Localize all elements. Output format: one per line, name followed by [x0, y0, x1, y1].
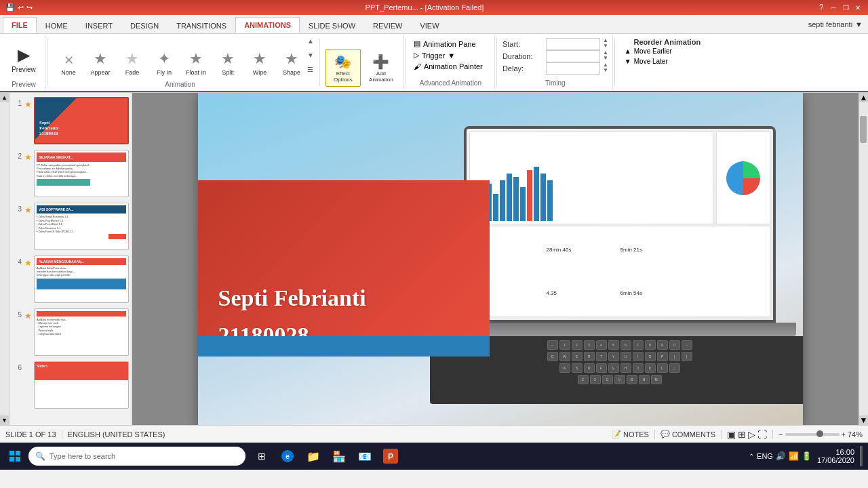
slide-thumb-6[interactable]: 6 ★ Slide 6 [11, 360, 130, 410]
slide-thumb-5[interactable]: 5 ★ Aplikasi ini memiliki fitur... - Man… [11, 307, 130, 357]
speaker-icon[interactable]: 🔊 [776, 451, 786, 461]
minimize-btn[interactable]: ─ [829, 3, 838, 12]
delay-spin: ▲ ▼ [603, 62, 608, 75]
anim-none[interactable]: ✕ None [53, 37, 84, 77]
tray-chevron[interactable]: ⌃ [749, 453, 754, 460]
save-icon[interactable]: 💾 [5, 3, 15, 12]
animation-painter-button[interactable]: 🖌 Animation Painter [411, 61, 490, 72]
trigger-button[interactable]: ▷ Trigger ▼ [411, 49, 490, 61]
start-input[interactable] [546, 38, 600, 50]
svg-rect-1 [9, 451, 14, 455]
zoom-slider[interactable] [785, 433, 840, 436]
restore-btn[interactable]: ❒ [841, 3, 850, 12]
start-spin-down[interactable]: ▼ [603, 43, 608, 49]
start-spin: ▲ ▼ [603, 38, 608, 50]
tab-home[interactable]: HOME [37, 17, 77, 33]
delay-spin-down[interactable]: ▼ [603, 68, 608, 73]
mail-btn[interactable]: 📧 [353, 444, 377, 468]
slide-thumb-2[interactable]: 2 ★ SEJARAH SINGKAT... PT Zaha merupakan… [11, 148, 130, 199]
edge-btn[interactable]: e [275, 444, 300, 468]
normal-view-btn[interactable]: ▣ [727, 429, 736, 440]
anim-fade[interactable]: ★ Fade [117, 37, 148, 77]
panel-scroll-up[interactable]: ▲ [0, 93, 9, 102]
slide-thumb-1[interactable]: 1 ★ SeptiFebrianti21180028 [11, 96, 130, 146]
ribbon-content: ▶ Preview Preview ✕ None ★ Appear [0, 34, 868, 92]
preview-button[interactable]: ▶ Preview [7, 39, 41, 79]
system-clock[interactable]: 16:00 17/06/2020 [817, 448, 854, 464]
duration-spin-down[interactable]: ▼ [603, 56, 608, 61]
vscroll-up[interactable]: ▲ [859, 93, 868, 102]
slide-info: SLIDE 1 OF 13 [5, 430, 56, 439]
laptop-top-content [469, 131, 770, 224]
tab-slideshow[interactable]: SLIDE SHOW [300, 17, 364, 33]
slide-thumb-4[interactable]: 4 ★ ALASAN MENGGUNAKAN... Aplikasi ZahaP… [11, 254, 130, 304]
add-animation-button[interactable]: ➕ AddAnimation [363, 49, 399, 87]
tab-file[interactable]: FILE [3, 17, 37, 33]
delay-input[interactable] [546, 62, 600, 75]
move-earlier-button[interactable]: ▲ Move Earlier [622, 46, 713, 56]
zoom-in-btn[interactable]: + [842, 430, 846, 439]
zoom-slider-thumb[interactable] [816, 430, 823, 437]
slide-view: Septi Febrianti 21180028 [132, 93, 868, 425]
tab-animations[interactable]: ANIMATIONS [235, 17, 300, 33]
anim-scroll-more[interactable]: ☰ [307, 66, 314, 73]
tab-insert[interactable]: INSERT [77, 17, 121, 33]
tab-transitions[interactable]: TRANSITIONS [167, 17, 235, 33]
status-sep-1 [62, 430, 62, 439]
store-btn[interactable]: 🏪 [327, 444, 351, 468]
redo-icon[interactable]: ↪ [26, 3, 33, 12]
slideshow-btn[interactable]: ⛶ [757, 429, 767, 440]
slide-sorter-btn[interactable]: ⊞ [738, 429, 746, 440]
stat-3: 9min 21s [620, 247, 693, 253]
reading-view-btn[interactable]: ▷ [748, 429, 755, 440]
slide-vscrollbar[interactable]: ▲ ▼ [859, 93, 868, 425]
laptop-screen: 3.19 28min 40s 9min 21s 31.85 4.35 6min … [464, 126, 776, 323]
duration-input[interactable] [546, 50, 600, 62]
zoom-out-btn[interactable]: − [778, 430, 783, 439]
undo-icon[interactable]: ↩ [18, 3, 24, 12]
tab-review[interactable]: REVIEW [364, 17, 411, 33]
divider-2 [319, 39, 320, 86]
close-btn[interactable]: ✕ [853, 3, 863, 12]
start-button[interactable] [3, 444, 27, 468]
anim-scroll-up[interactable]: ▲ [307, 38, 314, 45]
comments-btn[interactable]: 💬 COMMENTS [660, 430, 715, 439]
taskbar: 🔍 Type here to search ⊞ e 📁 🏪 📧 P ⌃ ENG … [0, 443, 868, 470]
task-view-btn[interactable]: ⊞ [250, 444, 274, 468]
anim-appear[interactable]: ★ Appear [85, 37, 116, 77]
vscroll-down[interactable]: ▼ [859, 415, 868, 425]
powerpoint-btn[interactable]: P [378, 444, 403, 468]
slide-thumb-3[interactable]: 3 ★ VISI SOFTWARE ZA... • Zaha Small Bus… [11, 201, 130, 251]
show-desktop-btn[interactable] [860, 446, 863, 466]
animation-pane-button[interactable]: ▤ Animation Pane [411, 38, 490, 49]
status-sep-3 [721, 430, 722, 439]
slide-red-box: Septi Febrianti 21180028 [198, 180, 490, 336]
move-later-button[interactable]: ▼ Move Later [622, 56, 713, 66]
anim-scroll-down[interactable]: ▼ [307, 52, 314, 59]
advanced-anim-label: Advanced Animation [411, 78, 490, 87]
preview-group: ▶ Preview Preview [3, 35, 45, 89]
effect-options-button[interactable]: 🎭 EffectOptions [326, 49, 361, 87]
user-info: septi febrianti ▼ [808, 15, 863, 33]
bar-5 [500, 180, 505, 221]
vscroll-thumb[interactable] [860, 116, 867, 143]
explorer-btn[interactable]: 📁 [301, 444, 326, 468]
tab-view[interactable]: VIEW [411, 17, 448, 33]
duration-label: Duration: [502, 52, 543, 60]
animation-pane-icon: ▤ [414, 39, 420, 48]
svg-rect-2 [16, 451, 20, 455]
network-icon[interactable]: 📶 [789, 451, 799, 461]
taskbar-search[interactable]: 🔍 Type here to search [28, 447, 245, 466]
tab-design[interactable]: DESIGN [121, 17, 167, 33]
help-btn[interactable]: ? [816, 3, 826, 12]
status-sep-4 [772, 430, 773, 439]
notes-btn[interactable]: 📝 NOTES [612, 430, 649, 439]
battery-icon[interactable]: 🔋 [802, 451, 812, 461]
anim-floatin[interactable]: ★ Float In [180, 37, 212, 77]
anim-wipe[interactable]: ★ Wipe [244, 37, 275, 77]
user-chevron[interactable]: ▼ [855, 20, 863, 28]
anim-split[interactable]: ★ Split [212, 37, 243, 77]
anim-flyin[interactable]: ✦ Fly In [149, 37, 180, 77]
anim-shape[interactable]: ★ Shape [276, 37, 307, 77]
panel-scroll-down[interactable]: ▼ [0, 415, 9, 425]
